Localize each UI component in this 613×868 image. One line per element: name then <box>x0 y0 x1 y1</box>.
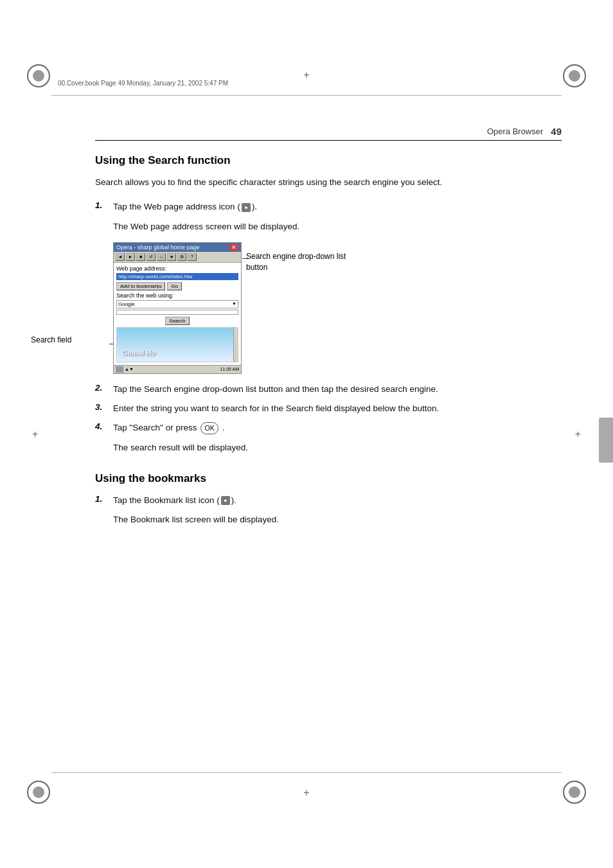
section2-step-1-text: Tap the Bookmark list icon (●). <box>113 494 562 507</box>
reg-mark-tr <box>563 64 586 87</box>
ss-search-btn-row: Search <box>116 317 238 325</box>
ss-settings-btn[interactable]: ⚙ <box>177 253 186 261</box>
callout-search-field: Search field <box>31 335 71 344</box>
step-3: 3. Enter the string you want to search f… <box>95 402 562 415</box>
ss-status-icon <box>116 366 123 373</box>
page-number: 49 <box>551 126 562 137</box>
reg-mark-bl <box>27 781 50 804</box>
step-1-number: 1. <box>95 200 113 210</box>
ss-go-btn[interactable]: Go <box>167 282 182 290</box>
ss-close-btn[interactable]: ✕ <box>229 244 238 251</box>
file-info: 00.Cover.book Page 49 Monday, January 21… <box>58 80 228 87</box>
page-container: + + + + 00.Cover.book Page 49 Monday, Ja… <box>0 0 613 868</box>
section1-heading: Using the Search function <box>95 154 562 167</box>
ss-scrollbar[interactable] <box>233 327 238 362</box>
ok-button-inline: OK <box>200 422 218 434</box>
bookmark-icon: ● <box>221 496 230 505</box>
section2-step-1: 1. Tap the Bookmark list icon (●). <box>95 494 562 507</box>
cross-right: + <box>575 429 581 440</box>
ss-url-value[interactable]: http://sharp-world.com/index.htw <box>116 273 238 280</box>
ss-status-time: 11:05 AM <box>220 367 239 371</box>
step-4-text: Tap "Search" or press OK . <box>113 421 562 434</box>
ss-extra-btn[interactable]: ? <box>188 253 197 261</box>
ss-search-field[interactable] <box>116 310 238 315</box>
ss-title: Opera - sharp global home page <box>116 244 200 251</box>
ss-statusbar: ▲▼ 11:05 AM <box>114 365 241 373</box>
step-2-text: Tap the Search engine drop-down list but… <box>113 383 562 396</box>
ss-btn-row: Add to bookmarks Go <box>116 282 238 290</box>
ss-webpage-preview: Global Ho <box>116 327 238 362</box>
header-rule <box>95 140 562 141</box>
step-3-text: Enter the string you want to search for … <box>113 402 562 415</box>
cross-bottom: + <box>303 787 309 799</box>
section2-heading: Using the bookmarks <box>95 472 562 485</box>
ss-engine-name: Google <box>118 301 135 307</box>
top-rule <box>51 95 562 96</box>
step-1-text: Tap the Web page address icon (●). <box>113 200 562 213</box>
ss-status-left: ▲▼ <box>116 366 134 373</box>
ss-stop-btn[interactable]: ■ <box>136 253 145 261</box>
section1-intro: Search allows you to find the specific c… <box>95 176 562 189</box>
ss-search-label: Search the web using: <box>116 292 238 299</box>
section2-step-1-sub: The Bookmark list screen will be display… <box>113 513 562 526</box>
ss-preview-container: Global Ho <box>116 327 238 362</box>
cross-left: + <box>32 429 38 440</box>
page-header: Opera Browser 49 <box>487 126 562 137</box>
ss-refresh-btn[interactable]: ↺ <box>147 253 155 261</box>
reg-mark-tl <box>27 64 50 87</box>
ss-url-label: Web page address: <box>116 265 238 272</box>
step-4: 4. Tap "Search" or press OK . <box>95 421 562 434</box>
step-4-sub: The search result will be displayed. <box>113 441 562 454</box>
ss-add-bookmark-btn[interactable]: Add to bookmarks <box>116 282 165 290</box>
callout-line-right <box>242 258 247 259</box>
callout-search-engine: Search engine drop-down list button <box>246 251 365 273</box>
ss-toolbar: ◄ ► ■ ↺ ⌂ ★ ⚙ ? <box>114 252 241 263</box>
ss-search-submit-btn[interactable]: Search <box>165 317 189 325</box>
section2: Using the bookmarks 1. Tap the Bookmark … <box>95 472 562 527</box>
section2-step-1-number: 1. <box>95 494 113 504</box>
screenshot-mockup: Opera - sharp global home page ✕ ◄ ► ■ ↺… <box>113 242 242 374</box>
step-3-number: 3. <box>95 402 113 412</box>
screenshot-area: Search field Opera - sharp global home p… <box>113 242 562 374</box>
globe-icon: ● <box>242 203 251 212</box>
ss-search-engine-dropdown[interactable]: Google ▼ <box>116 300 238 308</box>
cross-top: + <box>303 69 309 81</box>
step-2-number: 2. <box>95 383 113 393</box>
header-brand: Opera Browser <box>487 127 543 136</box>
bottom-rule <box>51 772 562 773</box>
ss-home-btn[interactable]: ⌂ <box>157 253 166 261</box>
step-4-number: 4. <box>95 421 113 431</box>
ss-back-btn[interactable]: ◄ <box>116 253 125 261</box>
ss-fwd-btn[interactable]: ► <box>126 253 135 261</box>
step-1-sub: The Web page address screen will be disp… <box>113 220 562 233</box>
reg-mark-br <box>563 781 586 804</box>
ss-titlebar: Opera - sharp global home page ✕ <box>114 243 241 252</box>
ss-body: Web page address: http://sharp-world.com… <box>114 263 241 365</box>
step-1: 1. Tap the Web page address icon (●). <box>95 200 562 213</box>
ss-dropdown-arrow-icon: ▼ <box>232 301 236 307</box>
ss-status-icons2: ▲▼ <box>125 367 134 371</box>
section-tab <box>599 418 613 463</box>
callout-right-text: Search engine drop-down list button <box>246 252 346 272</box>
ss-bookmark-btn[interactable]: ★ <box>167 253 176 261</box>
main-content: Using the Search function Search allows … <box>95 154 562 535</box>
step-2: 2. Tap the Search engine drop-down list … <box>95 383 562 396</box>
ss-webpage-text: Global Ho <box>122 349 155 357</box>
